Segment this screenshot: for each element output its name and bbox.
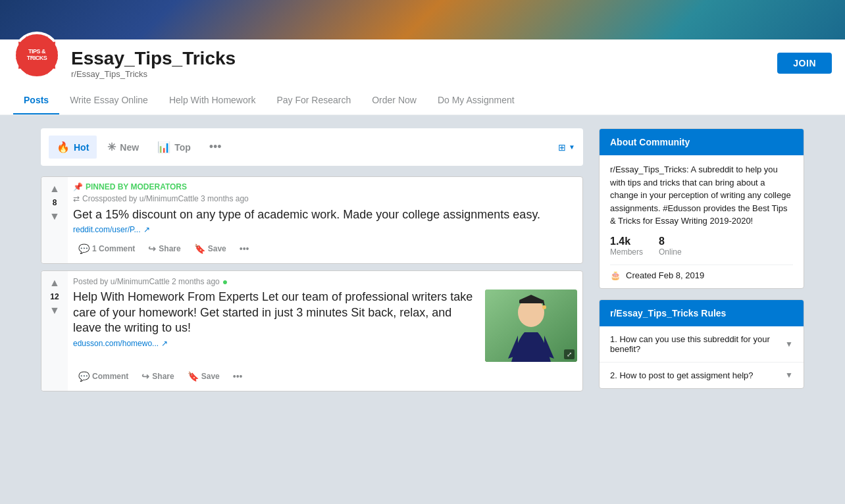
post-body-2: Posted by u/MinimumCattle 2 months ago ●… <box>68 271 582 391</box>
about-body: r/Essay_Tips_Tricks: A subreddit to help… <box>600 155 804 288</box>
nav-tab-order-now[interactable]: Order Now <box>361 87 427 114</box>
post-content-row-2: Help With Homework From Experts Let our … <box>73 290 577 362</box>
vote-count-2: 12 <box>50 292 59 301</box>
save-button-1[interactable]: 🔖 Save <box>189 239 232 258</box>
header-banner <box>0 0 845 39</box>
sort-hot-button[interactable]: 🔥 Hot <box>49 136 97 159</box>
pinned-text-1: PINNED BY MODERATORS <box>86 182 187 191</box>
save-icon-1: 🔖 <box>194 243 205 254</box>
header-info: Essay_Tips_Tricks r/Essay_Tips_Tricks <box>71 48 767 79</box>
downvote-button-1[interactable]: ▼ <box>48 210 61 223</box>
rule-label-1: 1. How can you use this subreddit for yo… <box>610 334 785 354</box>
nav-tab-posts[interactable]: Posts <box>13 87 59 114</box>
members-stat: 1.4k Members <box>610 236 643 257</box>
sort-new-button[interactable]: ✳ New <box>99 136 147 159</box>
share-button-2[interactable]: ↪ Share <box>136 367 179 386</box>
nav-tab-write-essay[interactable]: Write Essay Online <box>59 87 159 114</box>
post-title-2: Help With Homework From Experts Let our … <box>73 290 477 336</box>
upvote-button-1[interactable]: ▲ <box>48 182 61 195</box>
online-dot-2: ● <box>222 276 228 287</box>
post-thumbnail-2[interactable]: ⤢ <box>485 290 577 362</box>
thumbnail-svg <box>485 290 577 362</box>
rule-chevron-1: ▼ <box>785 340 793 349</box>
sort-top-button[interactable]: 📊 Top <box>149 136 199 159</box>
pinned-label-1: 📌 PINNED BY MODERATORS <box>73 182 577 191</box>
community-logo: TIPS & TRICKS <box>13 32 61 79</box>
post-actions-2: 💬 Comment ↪ Share 🔖 Save ••• <box>73 367 577 386</box>
post-vote-2: ▲ 12 ▼ <box>41 271 68 391</box>
crosspost-icon: ⇄ <box>73 194 80 203</box>
save-icon-2: 🔖 <box>188 371 199 382</box>
thumbnail-image-2 <box>485 290 577 362</box>
comment-label-2: Comment <box>92 372 128 381</box>
comment-button-1[interactable]: 💬 1 Comment <box>73 239 140 258</box>
comment-icon-1: 💬 <box>78 243 90 254</box>
rule-chevron-2: ▼ <box>785 370 793 380</box>
members-count: 1.4k <box>610 236 643 247</box>
about-card: About Community r/Essay_Tips_Tricks: A s… <box>599 128 804 289</box>
comment-label-1: 1 Comment <box>92 244 135 253</box>
post-vote-1: ▲ 8 ▼ <box>41 177 68 263</box>
rule-label-2: 2. How to post to get assigment help? <box>610 370 754 380</box>
rules-header: r/Essay_Tips_Tricks Rules <box>600 300 804 326</box>
hot-icon: 🔥 <box>57 141 70 153</box>
community-subreddit: r/Essay_Tips_Tricks <box>71 69 767 79</box>
community-name: Essay_Tips_Tricks <box>71 48 767 69</box>
save-label-1: Save <box>208 244 226 253</box>
nav-tab-do-assignment[interactable]: Do My Assignment <box>427 87 525 114</box>
created-row: 🎂 Created Feb 8, 2019 <box>610 265 793 280</box>
sidebar-column: About Community r/Essay_Tips_Tricks: A s… <box>599 128 804 398</box>
nav-tabs: Posts Write Essay Online Help With Homew… <box>0 87 845 115</box>
upvote-button-2[interactable]: ▲ <box>48 276 61 290</box>
save-label-2: Save <box>201 372 220 381</box>
share-label-1: Share <box>159 244 180 253</box>
post-card-2: ▲ 12 ▼ Posted by u/MinimumCattle 2 month… <box>41 270 583 391</box>
view-toggle[interactable]: ⊞ ▼ <box>558 142 575 153</box>
post-meta-2: Posted by u/MinimumCattle 2 months ago ● <box>73 276 577 287</box>
sort-top-label: Top <box>174 142 191 153</box>
crosspost-text-1: Crossposted by u/MinimumCattle 3 months … <box>82 194 249 203</box>
comment-button-2[interactable]: 💬 Comment <box>73 367 134 386</box>
rule-item-1[interactable]: 1. How can you use this subreddit for yo… <box>600 326 804 363</box>
downvote-button-2[interactable]: ▼ <box>48 304 61 317</box>
sort-more-button[interactable]: ••• <box>201 135 230 159</box>
sort-new-label: New <box>120 142 139 153</box>
nav-tab-pay-research[interactable]: Pay For Research <box>266 87 361 114</box>
thumbnail-expand-icon[interactable]: ⤢ <box>564 349 575 359</box>
share-button-1[interactable]: ↪ Share <box>143 239 186 258</box>
post-body-1: 📌 PINNED BY MODERATORS ⇄ Crossposted by … <box>68 177 582 263</box>
post-text-2: Help With Homework From Experts Let our … <box>73 290 477 353</box>
post-link-2[interactable]: edusson.com/homewo... ↗ <box>73 339 477 348</box>
vote-count-1: 8 <box>53 198 57 207</box>
members-label: Members <box>610 247 643 257</box>
save-button-2[interactable]: 🔖 Save <box>182 367 225 386</box>
online-count: 8 <box>659 236 682 247</box>
about-text: r/Essay_Tips_Tricks: A subreddit to help… <box>610 163 793 228</box>
online-stat: 8 Online <box>659 236 682 257</box>
external-link-icon-1: ↗ <box>143 225 150 234</box>
join-button[interactable]: JOIN <box>777 53 832 74</box>
cake-icon: 🎂 <box>610 270 621 280</box>
header-main: TIPS & TRICKS Essay_Tips_Tricks r/Essay_… <box>0 39 845 87</box>
post-link-1[interactable]: reddit.com/user/P... ↗ <box>73 225 577 234</box>
new-icon: ✳ <box>107 141 116 153</box>
post-meta-text-2: Posted by u/MinimumCattle 2 months ago <box>73 277 220 286</box>
sort-bar: 🔥 Hot ✳ New 📊 Top ••• ⊞ ▼ <box>41 128 583 166</box>
top-icon: 📊 <box>157 141 170 153</box>
share-icon-1: ↪ <box>148 243 156 254</box>
rule-item-2[interactable]: 2. How to post to get assigment help? ▼ <box>600 363 804 388</box>
post-actions-1: 💬 1 Comment ↪ Share 🔖 Save ••• <box>73 239 577 258</box>
nav-tab-help-homework[interactable]: Help With Homework <box>159 87 266 114</box>
rules-card: r/Essay_Tips_Tricks Rules 1. How can you… <box>599 299 804 389</box>
main-content: 🔥 Hot ✳ New 📊 Top ••• ⊞ ▼ ▲ 8 ▼ <box>28 115 817 411</box>
svg-rect-2 <box>519 300 543 303</box>
post-link-text-1: reddit.com/user/P... <box>73 225 141 234</box>
post-more-button-2[interactable]: ••• <box>228 368 248 384</box>
share-icon-2: ↪ <box>141 371 149 382</box>
online-label: Online <box>659 247 682 257</box>
view-toggle-chevron: ▼ <box>569 143 575 151</box>
post-more-button-1[interactable]: ••• <box>234 241 255 257</box>
logo-text-line2: TRICKS <box>27 55 47 62</box>
sort-hot-label: Hot <box>74 142 89 153</box>
external-link-icon-2: ↗ <box>161 339 168 348</box>
